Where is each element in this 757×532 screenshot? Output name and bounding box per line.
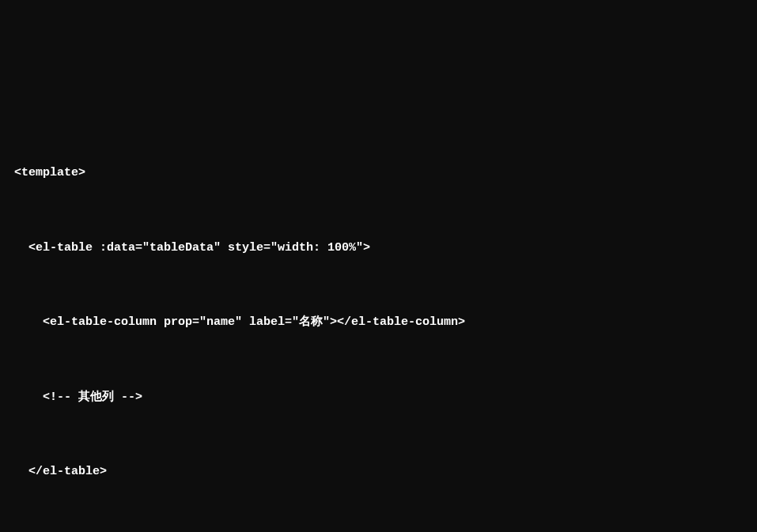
code-line: <el-table-column prop="name" label="名称">… xyxy=(14,310,743,335)
code-line: </el-table> xyxy=(14,459,743,485)
code-block: <template> <el-table :data="tableData" s… xyxy=(14,111,743,532)
code-line: <el-table :data="tableData" style="width… xyxy=(14,236,743,261)
code-line: <!-- 其他列 --> xyxy=(14,385,743,410)
code-line: <template> xyxy=(14,160,743,186)
